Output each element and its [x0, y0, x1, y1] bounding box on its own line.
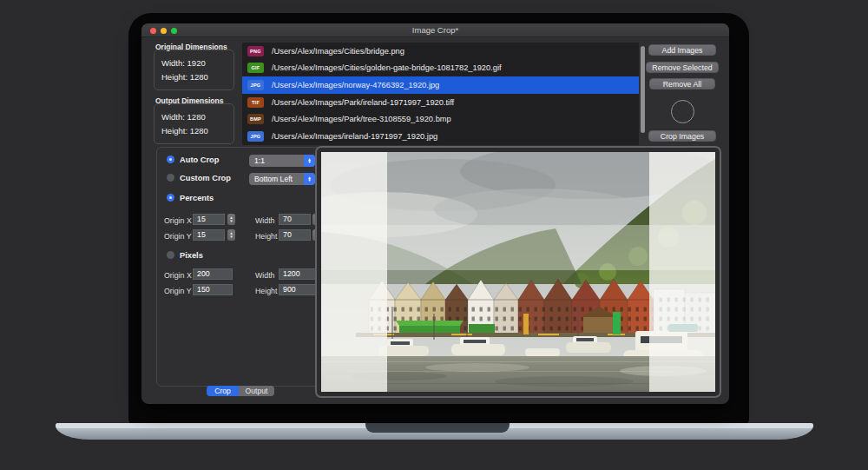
percent-origin-x-label: Origin X: [164, 216, 192, 225]
remove-selected-button[interactable]: Remove Selected: [646, 62, 719, 73]
file-list-scrollbar[interactable]: [641, 43, 645, 145]
custom-crop-label: Custom Crop: [180, 174, 231, 182]
file-row[interactable]: BMP /Users/Alex/Images/Park/tree-3108559…: [242, 110, 639, 128]
file-type-badge: JPG: [247, 131, 264, 142]
title-bar[interactable]: Image Crop*: [141, 23, 729, 37]
auto-crop-radio[interactable]: [167, 156, 174, 163]
percent-width-label: Width: [255, 216, 275, 225]
percent-height-label: Height: [255, 232, 277, 241]
close-button-icon[interactable]: [150, 28, 156, 34]
preview-image: [321, 152, 715, 392]
auto-crop-label: Auto Crop: [180, 156, 219, 164]
zoom-button-icon[interactable]: [171, 28, 177, 34]
percent-origin-y-field[interactable]: 15: [193, 229, 225, 241]
minimize-button-icon[interactable]: [161, 28, 167, 34]
file-row[interactable]: JPG /Users/Alex/Images/ireland-1971997_1…: [242, 128, 639, 145]
tab-crop[interactable]: Crop: [207, 386, 239, 396]
remove-all-button[interactable]: Remove All: [649, 78, 715, 89]
crop-overlay-left: [321, 152, 387, 392]
percents-radio[interactable]: [167, 194, 174, 202]
file-type-badge: PNG: [247, 46, 264, 56]
file-path: /Users/Alex/Images/norway-4766392_1920.j…: [272, 81, 439, 89]
pixel-origin-x-label: Origin X: [164, 271, 192, 280]
window-title: Image Crop*: [141, 23, 729, 37]
file-type-badge: JPG: [247, 80, 264, 90]
anchor-dropdown[interactable]: Bottom Left ▲▼: [249, 173, 315, 185]
percent-width-field[interactable]: 70: [279, 214, 311, 225]
anchor-value: Bottom Left: [249, 175, 304, 183]
stepper-icon[interactable]: ▲▼: [227, 214, 235, 225]
aspect-ratio-value: 1:1: [249, 156, 304, 165]
pixels-label: Pixels: [180, 251, 203, 260]
tab-output[interactable]: Output: [239, 386, 274, 396]
laptop-base-notch: [365, 423, 510, 433]
image-preview-frame: [315, 146, 721, 398]
percent-origin-x-field[interactable]: 15: [193, 214, 225, 225]
percent-origin-y-label: Origin Y: [164, 232, 192, 241]
file-row-selected[interactable]: JPG /Users/Alex/Images/norway-4766392_19…: [242, 76, 639, 94]
progress-spinner-icon: [671, 100, 694, 123]
file-type-badge: GIF: [247, 63, 264, 73]
output-width: Width: 1280: [161, 110, 233, 124]
percents-label: Percents: [180, 194, 214, 202]
pixel-width-label: Width: [255, 271, 275, 280]
file-path: /Users/Alex/Images/Cities/golden-gate-br…: [272, 63, 502, 72]
file-path: /Users/Alex/Images/Park/ireland-1971997_…: [272, 98, 454, 107]
file-type-badge: BMP: [247, 114, 264, 124]
chevron-up-down-icon: ▲▼: [304, 173, 315, 185]
custom-crop-radio[interactable]: [167, 174, 174, 182]
crop-images-button[interactable]: Crop Images: [648, 130, 716, 142]
file-path: /Users/Alex/Images/Cities/bridge.png: [272, 47, 404, 56]
file-row[interactable]: PNG /Users/Alex/Images/Cities/bridge.png: [242, 43, 639, 60]
aspect-ratio-dropdown[interactable]: 1:1 ▲▼: [249, 155, 315, 167]
add-images-button[interactable]: Add Images: [648, 44, 716, 56]
crop-overlay-right: [649, 152, 715, 392]
pixel-origin-y-label: Origin Y: [164, 287, 192, 295]
stepper-icon[interactable]: ▲▼: [227, 229, 235, 241]
percent-height-field[interactable]: 70: [279, 229, 311, 241]
chevron-up-down-icon: ▲▼: [304, 155, 315, 167]
pixel-height-label: Height: [255, 287, 277, 295]
app-window: Image Crop* Original Dimensions Width: 1…: [141, 23, 729, 404]
original-dimensions-box: Width: 1920 Height: 1280: [154, 50, 234, 90]
file-type-badge: TIF: [247, 97, 264, 108]
file-row[interactable]: TIF /Users/Alex/Images/Park/ireland-1971…: [242, 94, 639, 111]
file-path: /Users/Alex/Images/Park/tree-3108559_192…: [272, 115, 451, 123]
output-dimensions-box: Width: 1280 Height: 1280: [154, 103, 234, 144]
pixel-origin-x-field[interactable]: 200: [193, 268, 233, 280]
original-width: Width: 1920: [161, 56, 233, 70]
pixel-height-field[interactable]: 900: [279, 284, 319, 295]
output-height: Height: 1280: [161, 124, 233, 138]
file-path: /Users/Alex/Images/ireland-1971997_1920.…: [272, 132, 437, 141]
pixel-width-field[interactable]: 1200: [279, 268, 319, 280]
pixel-origin-y-field[interactable]: 150: [193, 284, 233, 295]
original-height: Height: 1280: [161, 70, 233, 84]
scrollbar-thumb[interactable]: [641, 46, 645, 133]
pixels-radio[interactable]: [167, 251, 174, 259]
file-list: PNG /Users/Alex/Images/Cities/bridge.png…: [242, 43, 639, 145]
view-tabs: Crop Output: [207, 386, 274, 396]
laptop-mockup: Image Crop* Original Dimensions Width: 1…: [0, 0, 868, 470]
file-row[interactable]: GIF /Users/Alex/Images/Cities/golden-gat…: [242, 60, 639, 77]
